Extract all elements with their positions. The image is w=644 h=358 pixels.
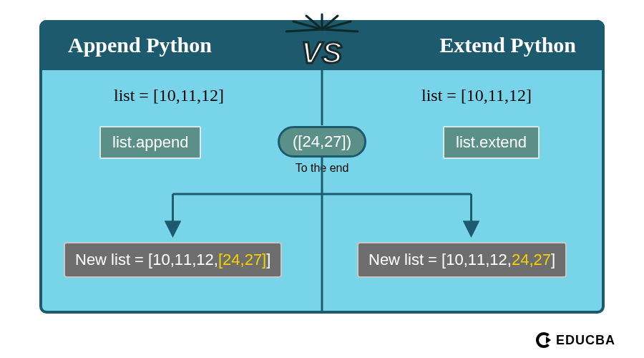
vs-badge: VS	[301, 36, 343, 70]
append-result-prefix: New list = [10,11,12,	[75, 251, 218, 268]
list-declaration-right: list = [10,11,12]	[421, 86, 532, 105]
content-area: list = [10,11,12] list = [10,11,12] list…	[42, 70, 602, 311]
append-result-highlight: [24,27]	[218, 251, 266, 268]
title-right: Extend Python	[439, 33, 576, 57]
to-end-label: To the end	[296, 162, 349, 175]
logo-icon	[536, 332, 552, 348]
extend-method-box: list.extend	[443, 126, 540, 159]
svg-line-5	[286, 29, 322, 32]
list-declaration-left: list = [10,11,12]	[114, 86, 224, 105]
extend-result-box: New list = [10,11,12,24,27]	[357, 242, 567, 278]
append-result-suffix: ]	[266, 251, 270, 268]
append-result-box: New list = [10,11,12,[24,27]]	[64, 242, 282, 278]
logo-text: EDUCBA	[556, 333, 615, 348]
extend-result-suffix: ]	[551, 251, 555, 268]
vs-text: VS	[301, 36, 343, 70]
append-method-box: list.append	[99, 126, 201, 159]
argument-pill: ([24,27])	[278, 126, 366, 158]
brand-logo: EDUCBA	[536, 332, 615, 348]
title-left: Append Python	[68, 33, 212, 57]
extend-result-highlight: 24,27	[512, 251, 551, 268]
comparison-frame: Append Python Extend Python VS list = [1…	[39, 20, 605, 314]
extend-result-prefix: New list = [10,11,12,	[369, 251, 512, 268]
svg-line-6	[322, 29, 358, 32]
